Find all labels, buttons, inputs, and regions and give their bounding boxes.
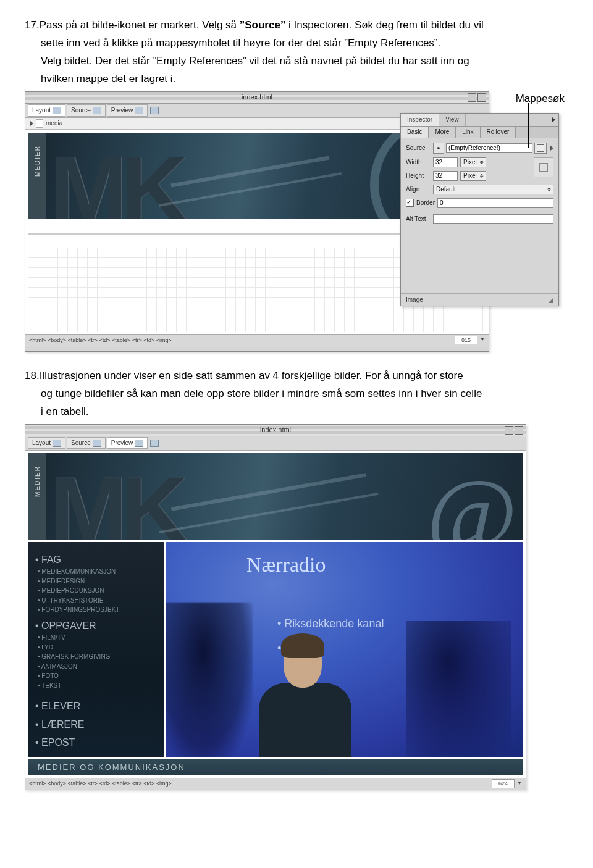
tab-layout-label: Layout <box>32 439 51 448</box>
status-bar: <html> <body> <table> <tr> <td> <table> … <box>25 334 489 346</box>
tab-preview[interactable]: Preview <box>107 437 148 449</box>
slide-title: Nærradio <box>246 551 326 579</box>
size-dropdown-icon[interactable]: ▼ <box>517 780 522 787</box>
subtab-basic[interactable]: Basic <box>401 127 429 138</box>
step17-l3: Velg bildet. Der det står ”Empty Referen… <box>25 54 568 69</box>
step17-l4: hvilken mappe det er lagret i. <box>25 72 568 86</box>
triangle-icon <box>552 117 555 122</box>
alt-input[interactable] <box>433 214 553 224</box>
preview-canvas[interactable]: MEDIER MK @ • FAG • MEDIEKOMMUNIKASJON •… <box>25 451 526 778</box>
nav-heading-elever: • ELEVER <box>35 699 156 713</box>
constrain-proportions-button[interactable] <box>534 157 553 177</box>
width-row: Width Pixel <box>406 157 530 167</box>
size-field[interactable]: 815 <box>455 336 477 344</box>
palette-menu-button[interactable] <box>549 114 558 126</box>
step18-l3: i en tabell. <box>25 405 568 419</box>
window-collapse-button[interactable] <box>515 426 523 435</box>
footer-image: MEDIER OG KOMMUNIKASJON <box>28 759 523 775</box>
inspector-sub-tabs: Basic More Link Rollover <box>401 127 558 138</box>
width-input[interactable] <box>433 157 458 167</box>
source-link-icon[interactable]: ⚭ <box>433 143 444 154</box>
tab-source[interactable]: Source <box>67 437 106 449</box>
inspector-resize-grip-icon[interactable]: ◢ <box>549 296 553 304</box>
nav-item: • ANIMASJON <box>38 662 156 671</box>
nav-heading-fag: • FAG <box>35 553 156 567</box>
width-unit-select[interactable]: Pixel <box>460 157 486 167</box>
callout-mappesok: Mappesøk <box>516 92 565 106</box>
sidebar-medier-image: MEDIER <box>28 453 46 540</box>
light-streak <box>159 172 342 207</box>
light-streak <box>171 473 366 511</box>
border-input[interactable] <box>437 198 553 208</box>
height-input[interactable] <box>433 171 458 181</box>
tab-layout[interactable]: Layout <box>28 104 65 117</box>
tab-view[interactable]: View <box>439 114 466 126</box>
tab-layout-label: Layout <box>32 106 51 115</box>
window-zoom-button[interactable] <box>468 93 476 102</box>
sidebar-medier-text: MEDIER <box>28 133 48 189</box>
disclosure-triangle-icon[interactable] <box>30 121 33 126</box>
size-dropdown-icon[interactable]: ▼ <box>480 336 485 343</box>
width-label: Width <box>406 158 433 167</box>
inspector-main-tabs: Inspector View <box>401 114 558 127</box>
tab-source-label: Source <box>71 106 91 115</box>
nav-item: • TEKST <box>38 682 156 690</box>
source-label: Source <box>406 144 433 152</box>
nav-heading-laerere: • LÆRERE <box>35 718 156 732</box>
tab-preview[interactable]: Preview <box>107 104 148 117</box>
tab-source[interactable]: Source <box>67 104 106 117</box>
mk-lettering: MK <box>50 453 182 540</box>
inspector-body: Source ⚭ Width Pixel <box>401 138 558 293</box>
border-checkbox[interactable] <box>406 199 414 207</box>
height-unit-select[interactable]: Pixel <box>460 171 486 181</box>
tab-inspector[interactable]: Inspector <box>401 114 439 126</box>
light-streak <box>159 492 378 533</box>
screenshot-2: index.html Layout Source Preview <box>25 424 525 790</box>
step17-l1a: Pass på at bilde-ikonet er markert. Velg… <box>40 19 240 31</box>
step18-l1: Illustrasjonen under viser en side satt … <box>40 370 463 382</box>
layout-icon <box>53 440 61 447</box>
alt-label: Alt Text <box>406 215 433 223</box>
inspector-footer: Image ◢ <box>401 293 558 306</box>
browse-folder-button[interactable] <box>534 143 547 154</box>
size-field[interactable]: 624 <box>492 779 515 788</box>
dom-path[interactable]: <html> <body> <table> <tr> <td> <table> … <box>29 780 172 787</box>
window-title: index.html <box>260 425 291 435</box>
media-item-label: media <box>46 119 62 128</box>
nav-item: • FORDYPNINGSPROSJEKT <box>38 606 156 614</box>
dom-path[interactable]: <html> <body> <table> <tr> <td> <table> … <box>29 336 172 344</box>
step17-l2: sette inn ved å klikke på mappesymbolet … <box>25 36 568 51</box>
align-select[interactable]: Default <box>433 185 553 194</box>
extra-view-icon[interactable] <box>150 107 159 114</box>
callout-label: Mappesøk <box>516 93 565 104</box>
status-bar: <html> <body> <table> <tr> <td> <table> … <box>25 778 526 790</box>
window-zoom-button[interactable] <box>505 426 513 435</box>
subtab-more[interactable]: More <box>429 127 456 138</box>
callout-line <box>528 103 529 148</box>
alt-row: Alt Text <box>406 214 553 224</box>
tab-layout[interactable]: Layout <box>28 437 65 449</box>
subtab-rollover[interactable]: Rollover <box>481 127 516 138</box>
inspector-palette: Inspector View Basic More Link Rollover … <box>400 113 559 307</box>
mk-banner-image: MK @ <box>46 453 523 540</box>
source-menu-icon[interactable] <box>550 146 553 151</box>
border-row: Border <box>406 198 553 208</box>
constrain-icon <box>539 163 548 172</box>
window-titlebar[interactable]: index.html <box>25 92 489 104</box>
window-collapse-button[interactable] <box>477 93 486 102</box>
window-buttons <box>468 93 486 102</box>
extra-view-icon[interactable] <box>150 440 159 447</box>
left-nav-image: • FAG • MEDIEKOMMUNIKASJON • MEDIEDESIGN… <box>28 542 164 757</box>
nav-item: • UTTRYKKSHISTORIE <box>38 596 156 605</box>
nav-heading-epost: • EPOST <box>35 736 156 749</box>
step18-num: 18. <box>25 370 40 382</box>
window-titlebar[interactable]: index.html <box>25 425 526 436</box>
preview-icon <box>135 440 143 447</box>
page-icon <box>36 119 43 128</box>
step17-l1b: i Inspectoren. Søk deg frem til bildet d… <box>285 19 483 31</box>
height-label: Height <box>406 172 433 180</box>
subtab-link[interactable]: Link <box>456 127 480 138</box>
view-tabs: Layout Source Preview <box>25 436 526 451</box>
light-streak <box>170 156 329 187</box>
source-input[interactable] <box>446 143 532 153</box>
